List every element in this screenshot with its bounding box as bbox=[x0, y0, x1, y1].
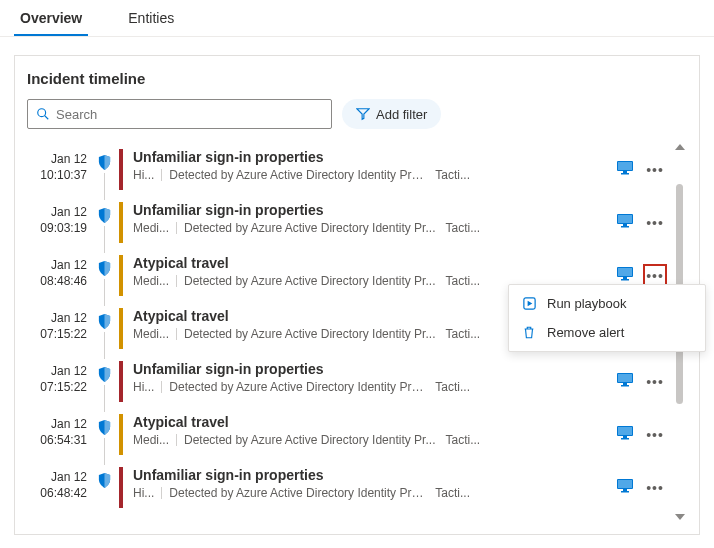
menu-run-playbook[interactable]: Run playbook bbox=[509, 289, 705, 318]
ellipsis-icon: ••• bbox=[646, 269, 664, 283]
ellipsis-icon: ••• bbox=[646, 163, 664, 177]
svg-rect-7 bbox=[618, 215, 632, 223]
alert-meta: Hi...Detected by Azure Active Directory … bbox=[133, 380, 613, 394]
more-actions-button[interactable]: ••• bbox=[643, 370, 667, 394]
time-label: 10:10:37 bbox=[27, 168, 87, 184]
tab-overview[interactable]: Overview bbox=[14, 0, 88, 36]
timeline-row[interactable]: Jan 1206:54:31Atypical travelMedi...Dete… bbox=[27, 408, 669, 461]
timestamp: Jan 1210:10:37 bbox=[27, 149, 97, 190]
monitor-icon bbox=[617, 267, 633, 284]
severity-bar bbox=[119, 255, 123, 296]
divider bbox=[176, 434, 177, 446]
severity-bar bbox=[119, 308, 123, 349]
menu-remove-alert-label: Remove alert bbox=[547, 325, 624, 340]
detected-by-text: Detected by Azure Active Directory Ident… bbox=[184, 274, 435, 288]
detected-by-text: Detected by Azure Active Directory Ident… bbox=[169, 380, 425, 394]
date-label: Jan 12 bbox=[27, 417, 87, 433]
svg-rect-24 bbox=[623, 436, 627, 438]
severity-text: Hi... bbox=[133, 486, 154, 500]
divider bbox=[161, 169, 162, 181]
timeline-row[interactable]: Jan 1207:15:22Unfamiliar sign-in propert… bbox=[27, 355, 669, 408]
scroll-up-arrow-icon[interactable] bbox=[675, 144, 685, 150]
severity-text: Medi... bbox=[133, 433, 169, 447]
timeline-connector bbox=[104, 173, 105, 200]
menu-run-playbook-label: Run playbook bbox=[547, 296, 627, 311]
tactics-text: Tacti... bbox=[445, 274, 480, 288]
alert-indicator bbox=[97, 308, 119, 349]
time-label: 09:03:19 bbox=[27, 221, 87, 237]
tactics-text: Tacti... bbox=[435, 486, 470, 500]
time-label: 07:15:22 bbox=[27, 327, 87, 343]
divider bbox=[176, 275, 177, 287]
alert-content: Unfamiliar sign-in propertiesHi...Detect… bbox=[133, 467, 613, 508]
monitor-icon bbox=[617, 373, 633, 390]
alert-meta: Hi...Detected by Azure Active Directory … bbox=[133, 168, 613, 182]
scroll-down-arrow-icon[interactable] bbox=[675, 514, 685, 520]
add-filter-button[interactable]: Add filter bbox=[342, 99, 441, 129]
alert-content: Unfamiliar sign-in propertiesHi...Detect… bbox=[133, 361, 613, 402]
trash-icon bbox=[521, 325, 537, 340]
date-label: Jan 12 bbox=[27, 152, 87, 168]
divider bbox=[161, 487, 162, 499]
row-actions: ••• bbox=[613, 149, 669, 190]
time-label: 06:54:31 bbox=[27, 433, 87, 449]
svg-rect-13 bbox=[621, 279, 629, 281]
severity-bar bbox=[119, 361, 123, 402]
tactics-text: Tacti... bbox=[445, 433, 480, 447]
time-label: 06:48:42 bbox=[27, 486, 87, 502]
context-menu: Run playbook Remove alert bbox=[508, 284, 706, 352]
search-input[interactable] bbox=[56, 107, 323, 122]
detected-by-text: Detected by Azure Active Directory Ident… bbox=[169, 168, 425, 182]
alert-indicator bbox=[97, 467, 119, 508]
alert-content: Unfamiliar sign-in propertiesHi...Detect… bbox=[133, 149, 613, 190]
date-label: Jan 12 bbox=[27, 311, 87, 327]
tactics-text: Tacti... bbox=[435, 380, 470, 394]
alert-indicator bbox=[97, 361, 119, 402]
more-actions-button[interactable]: ••• bbox=[643, 476, 667, 500]
timeline-row[interactable]: Jan 1210:10:37Unfamiliar sign-in propert… bbox=[27, 143, 669, 196]
time-label: 08:48:46 bbox=[27, 274, 87, 290]
ellipsis-icon: ••• bbox=[646, 428, 664, 442]
tactics-text: Tacti... bbox=[435, 168, 470, 182]
alert-title: Unfamiliar sign-in properties bbox=[133, 361, 613, 377]
svg-rect-27 bbox=[618, 480, 632, 488]
ellipsis-icon: ••• bbox=[646, 375, 664, 389]
detected-by-text: Detected by Azure Active Directory Ident… bbox=[184, 433, 435, 447]
alert-meta: Medi...Detected by Azure Active Director… bbox=[133, 433, 613, 447]
alert-title: Unfamiliar sign-in properties bbox=[133, 149, 613, 165]
shield-icon bbox=[97, 206, 112, 224]
severity-text: Medi... bbox=[133, 327, 169, 341]
shield-icon bbox=[97, 312, 112, 330]
alert-title: Unfamiliar sign-in properties bbox=[133, 202, 613, 218]
filter-icon bbox=[356, 107, 370, 121]
severity-text: Hi... bbox=[133, 380, 154, 394]
add-filter-label: Add filter bbox=[376, 107, 427, 122]
alert-indicator bbox=[97, 149, 119, 190]
panel-title: Incident timeline bbox=[27, 70, 687, 87]
timeline-row[interactable]: Jan 1206:48:42Unfamiliar sign-in propert… bbox=[27, 461, 669, 514]
severity-bar bbox=[119, 467, 123, 508]
row-actions: ••• bbox=[613, 467, 669, 508]
more-actions-button[interactable]: ••• bbox=[643, 211, 667, 235]
menu-remove-alert[interactable]: Remove alert bbox=[509, 318, 705, 347]
alert-content: Atypical travelMedi...Detected by Azure … bbox=[133, 414, 613, 455]
more-actions-button[interactable]: ••• bbox=[643, 423, 667, 447]
search-box[interactable] bbox=[27, 99, 332, 129]
controls-row: Add filter bbox=[27, 99, 687, 129]
shield-icon bbox=[97, 365, 112, 383]
timestamp: Jan 1207:15:22 bbox=[27, 308, 97, 349]
playbook-icon bbox=[521, 296, 537, 311]
svg-rect-9 bbox=[621, 226, 629, 228]
severity-text: Hi... bbox=[133, 168, 154, 182]
svg-rect-21 bbox=[621, 385, 629, 387]
tactics-text: Tacti... bbox=[445, 221, 480, 235]
divider bbox=[161, 381, 162, 393]
alert-indicator bbox=[97, 414, 119, 455]
svg-rect-3 bbox=[618, 162, 632, 170]
svg-rect-12 bbox=[623, 277, 627, 279]
tab-entities[interactable]: Entities bbox=[122, 0, 180, 36]
more-actions-button[interactable]: ••• bbox=[643, 158, 667, 182]
alert-indicator bbox=[97, 202, 119, 243]
timeline-row[interactable]: Jan 1209:03:19Unfamiliar sign-in propert… bbox=[27, 196, 669, 249]
severity-text: Medi... bbox=[133, 274, 169, 288]
